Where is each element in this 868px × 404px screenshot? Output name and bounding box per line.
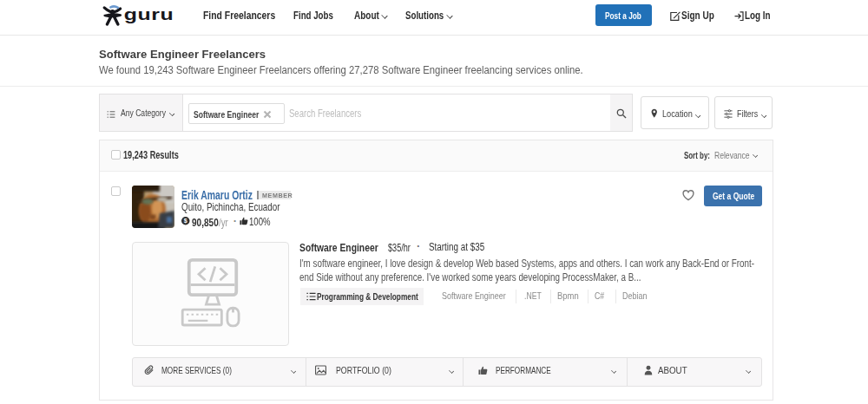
svg-text:guru: guru <box>124 6 174 23</box>
svg-text:$: $ <box>184 218 187 225</box>
